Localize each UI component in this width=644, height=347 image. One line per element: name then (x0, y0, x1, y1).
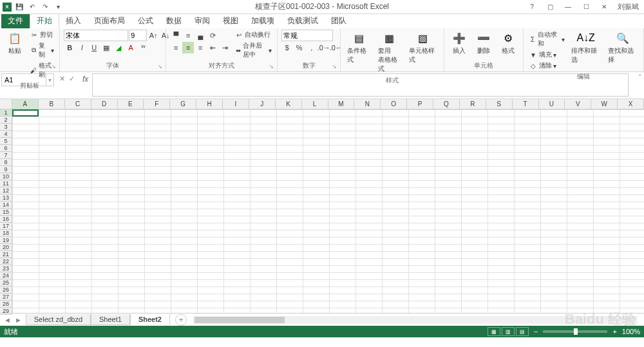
col-header[interactable]: J (249, 99, 276, 109)
cells-area[interactable] (12, 109, 644, 313)
zoom-level[interactable]: 100% (622, 328, 640, 335)
orientation-icon[interactable]: ⟳ (207, 30, 218, 41)
enter-formula-icon[interactable]: ✓ (69, 75, 75, 83)
row-header[interactable]: 24 (0, 272, 12, 279)
sheet-tab-1[interactable]: Select zd_dbzd (26, 314, 91, 325)
indent-inc-icon[interactable]: ⇥ (219, 42, 231, 53)
row-header[interactable]: 28 (0, 301, 12, 308)
col-header[interactable]: F (144, 99, 170, 109)
col-header[interactable]: D (91, 99, 118, 109)
row-header[interactable]: 25 (0, 279, 12, 286)
copy-button[interactable]: ⧉复制▾ (28, 41, 55, 60)
cancel-formula-icon[interactable]: ✕ (59, 75, 65, 83)
row-header[interactable]: 18 (0, 230, 12, 237)
row-header[interactable]: 17 (0, 223, 12, 230)
paste-button[interactable]: 📋 粘贴 (4, 30, 26, 57)
add-sheet-button[interactable]: + (175, 314, 187, 326)
col-header[interactable]: H (196, 99, 223, 109)
col-header[interactable]: M (328, 99, 355, 109)
fill-color-button[interactable]: ◢ (113, 42, 124, 53)
align-top-icon[interactable]: ▀ (170, 30, 182, 41)
col-header[interactable]: E (118, 99, 144, 109)
view-normal-icon[interactable]: ▦ (488, 327, 500, 336)
col-header[interactable]: Q (433, 99, 460, 109)
ribbon-options-icon[interactable]: ▢ (542, 1, 558, 13)
bold-button[interactable]: B (64, 42, 75, 53)
tab-layout[interactable]: 页面布局 (88, 14, 131, 28)
row-header[interactable]: 19 (0, 237, 12, 244)
font-size-input[interactable] (129, 30, 147, 41)
align-bottom-icon[interactable]: ▄ (194, 30, 206, 41)
row-header[interactable]: 4 (0, 131, 12, 138)
clipboard-launcher-icon[interactable]: ↘ (52, 64, 58, 70)
border-button[interactable]: ▦ (100, 42, 112, 53)
save-icon[interactable]: 💾 (14, 2, 24, 12)
sheet-tab-3[interactable]: Sheet2 (130, 314, 170, 325)
sheet-nav-next-icon[interactable]: ► (15, 316, 22, 324)
tab-review[interactable]: 审阅 (188, 14, 216, 28)
row-header[interactable]: 20 (0, 244, 12, 251)
tab-formula[interactable]: 公式 (131, 14, 160, 28)
increase-font-icon[interactable]: A↑ (147, 30, 159, 41)
row-headers[interactable]: 1234567891011121314151617181920212223242… (0, 109, 12, 313)
autosum-button[interactable]: Σ自动求和▾ (527, 30, 566, 49)
tab-insert[interactable]: 插入 (59, 14, 88, 28)
currency-icon[interactable]: $ (281, 42, 293, 53)
row-header[interactable]: 12 (0, 187, 12, 194)
help-icon[interactable]: ? (524, 1, 540, 13)
row-header[interactable]: 10 (0, 173, 12, 180)
row-header[interactable]: 3 (0, 124, 12, 131)
row-header[interactable]: 14 (0, 202, 12, 209)
percent-icon[interactable]: % (294, 42, 305, 53)
underline-button[interactable]: U (88, 42, 100, 53)
zoom-slider[interactable] (543, 330, 607, 333)
col-header[interactable]: O (381, 99, 407, 109)
fx-icon[interactable]: fx (80, 73, 91, 85)
col-header[interactable]: R (460, 99, 486, 109)
col-header[interactable]: I (223, 99, 249, 109)
table-format-button[interactable]: ▦套用 表格格式 (375, 30, 404, 75)
col-header[interactable]: C (65, 99, 91, 109)
merge-center-button[interactable]: ⬌合并后居中▾ (233, 41, 272, 60)
number-format-select[interactable] (281, 30, 333, 41)
fill-button[interactable]: ▼填充▾ (527, 50, 566, 60)
format-cells-button[interactable]: ⚙格式 (497, 30, 519, 57)
align-left-icon[interactable]: ≡ (170, 42, 182, 53)
row-header[interactable]: 8 (0, 159, 12, 166)
delete-cells-button[interactable]: ➖删除 (473, 30, 495, 57)
font-color-button[interactable]: A (125, 42, 137, 53)
sort-filter-button[interactable]: A↓Z排序和筛选 (569, 30, 603, 66)
font-launcher-icon[interactable]: ↘ (158, 64, 164, 70)
align-center-icon[interactable]: ≡ (182, 42, 194, 53)
minimize-icon[interactable]: — (560, 1, 576, 13)
redo-icon[interactable]: ↷ (40, 2, 50, 12)
cell-styles-button[interactable]: ▧单元格样式 (406, 30, 440, 66)
row-header[interactable]: 29 (0, 308, 12, 315)
row-header[interactable]: 16 (0, 216, 12, 223)
number-launcher-icon[interactable]: ↘ (332, 64, 339, 70)
tab-team[interactable]: 团队 (325, 14, 353, 28)
spreadsheet-grid[interactable]: ABCDEFGHIJKLMNOPQRSTUVWX 123456789101112… (0, 99, 644, 313)
col-header[interactable]: L (302, 99, 328, 109)
row-header[interactable]: 15 (0, 209, 12, 216)
view-page-layout-icon[interactable]: ▥ (502, 327, 515, 336)
select-all-corner[interactable] (0, 99, 12, 109)
row-header[interactable]: 7 (0, 152, 12, 159)
horizontal-scrollbar[interactable] (193, 316, 638, 324)
undo-icon[interactable]: ↶ (27, 2, 37, 12)
col-header[interactable]: W (591, 99, 618, 109)
sheet-tab-2[interactable]: Sheet1 (91, 314, 130, 325)
tab-loadtest[interactable]: 负载测试 (281, 14, 325, 28)
insert-cells-button[interactable]: ➕插入 (448, 30, 470, 57)
tab-file[interactable]: 文件 (1, 14, 30, 28)
maximize-icon[interactable]: ☐ (578, 1, 594, 13)
row-header[interactable]: 1 (0, 109, 12, 117)
wrap-text-button[interactable]: ↩自动换行 (233, 30, 272, 40)
row-header[interactable]: 2 (0, 117, 12, 124)
row-header[interactable]: 11 (0, 180, 12, 187)
column-headers[interactable]: ABCDEFGHIJKLMNOPQRSTUVWX (12, 99, 644, 109)
row-header[interactable]: 13 (0, 194, 12, 202)
row-header[interactable]: 6 (0, 145, 12, 152)
increase-decimal-icon[interactable]: .0→ (318, 42, 330, 53)
col-header[interactable]: T (513, 99, 539, 109)
